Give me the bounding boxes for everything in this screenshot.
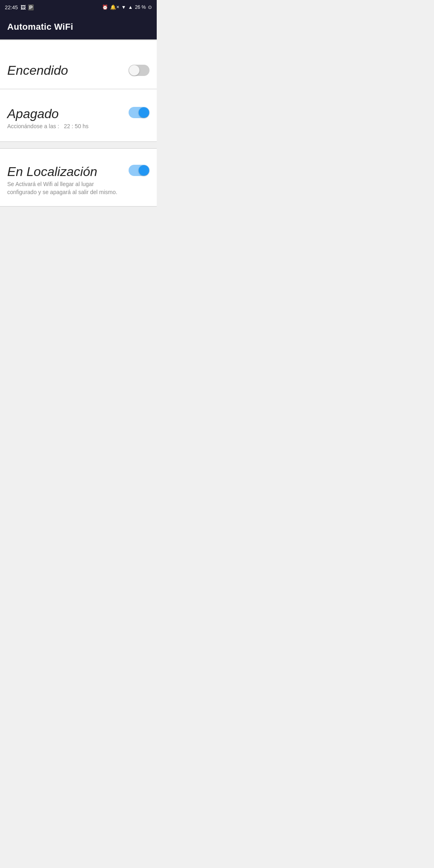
apagado-toggle[interactable] (129, 107, 149, 119)
alarm-icon: ⏰ (102, 4, 108, 10)
encendido-toggle-track (129, 65, 149, 76)
localizacion-toggle[interactable] (129, 165, 149, 177)
status-time: 22:45 (5, 4, 18, 10)
battery-icon: ⊙ (148, 4, 152, 10)
localizacion-toggle-container[interactable] (129, 165, 149, 177)
empty-section (0, 207, 157, 367)
apagado-title: Apagado (7, 107, 122, 121)
spacer-3 (0, 142, 157, 148)
apagado-text: Apagado Accionándose a las : 22 : 50 hs (7, 107, 122, 131)
apagado-subtitle-prefix: Accionándose a las : (7, 123, 59, 129)
gallery-icon: 🖼 (20, 4, 26, 10)
apagado-row: Apagado Accionándose a las : 22 : 50 hs (0, 97, 157, 141)
encendido-toggle-container[interactable] (129, 65, 149, 77)
localizacion-title: En Localización (7, 165, 122, 179)
spacer-2 (0, 89, 157, 97)
localizacion-subtitle: Se Activará el Wifi al llegar al lugar c… (7, 180, 122, 196)
app-bar-title: Automatic WiFi (7, 22, 73, 32)
encendido-text: Encendido (7, 63, 122, 78)
encendido-toggle-thumb (129, 65, 139, 76)
spacer-top (0, 40, 157, 52)
battery-text: 26 % (135, 4, 146, 10)
signal-icon: ▲ (128, 4, 133, 10)
status-right: ⏰ 🔔✕ ▼ ▲ 26 % ⊙ (102, 4, 152, 10)
wifi-icon: ▼ (121, 4, 126, 10)
encendido-title: Encendido (7, 63, 122, 78)
status-bar: 22:45 🖼 P ⏰ 🔔✕ ▼ ▲ 26 % ⊙ (0, 0, 157, 14)
localizacion-toggle-track (129, 165, 149, 176)
encendido-toggle[interactable] (129, 65, 149, 77)
spacer-4 (0, 149, 157, 155)
mute-icon: 🔔✕ (110, 4, 119, 10)
apagado-toggle-container[interactable] (129, 107, 149, 119)
app-bar: Automatic WiFi (0, 14, 157, 39)
localizacion-text: En Localización Se Activará el Wifi al l… (7, 165, 122, 196)
apagado-subtitle: Accionándose a las : 22 : 50 hs (7, 123, 122, 131)
apagado-toggle-thumb (139, 107, 149, 118)
localizacion-row: En Localización Se Activará el Wifi al l… (0, 155, 157, 206)
apagado-subtitle-time: 22 : 50 hs (64, 123, 89, 129)
apagado-toggle-track (129, 107, 149, 118)
localizacion-toggle-thumb (139, 165, 149, 176)
parking-icon: P (28, 4, 34, 10)
encendido-row: Encendido (0, 52, 157, 89)
status-left: 22:45 🖼 P (5, 4, 34, 10)
